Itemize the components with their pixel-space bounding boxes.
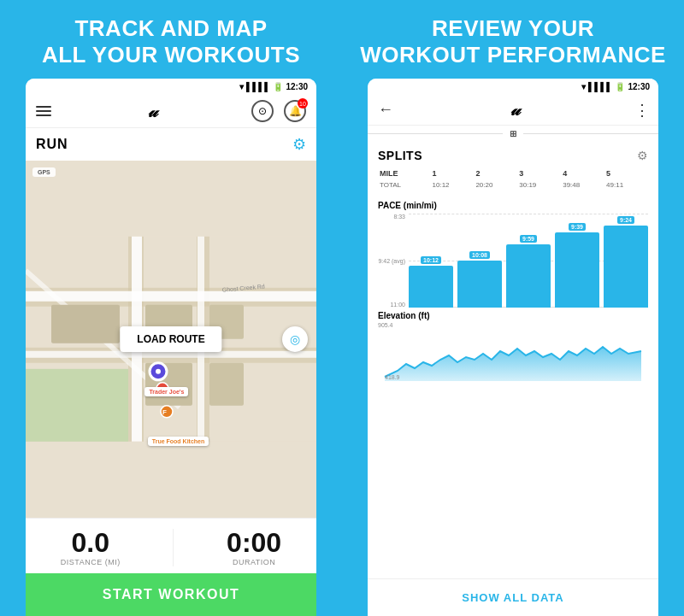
bell-icon[interactable]: 🔔 10 <box>284 100 306 122</box>
splits-section: SPLITS ⚙ MILE 1 2 3 4 5 TOTAL <box>368 142 658 194</box>
cell-5: 49:11 <box>604 179 648 191</box>
battery-icon: 🔋 <box>273 82 283 91</box>
left-headline: TRACK AND MAP ALL YOUR WORKOUTS <box>25 0 317 79</box>
status-time-right: 12:30 <box>628 82 650 91</box>
start-workout-button[interactable]: START WORKOUT <box>26 573 316 616</box>
back-button[interactable]: ← <box>378 101 393 119</box>
trader-joes-label: Trader Joe's <box>144 387 188 396</box>
svg-rect-16 <box>26 369 128 442</box>
status-icons-left: ▾ ▌▌▌▌ 🔋 12:30 <box>239 82 308 91</box>
ua-logo-right: 𝓊 <box>510 100 518 120</box>
bar-4: 9:39 <box>555 214 599 308</box>
phone-right: ▾ ▌▌▌▌ 🔋 12:30 ← 𝓊 ⋮ ⊞ SPLITS ⚙ <box>368 79 658 616</box>
col-3: 3 <box>517 167 561 179</box>
cell-1: 10:12 <box>431 179 475 191</box>
show-all-data-button[interactable]: SHOW ALL DATA <box>368 578 658 616</box>
pace-chart: 8:33 9:42 (avg) 11:00 10:12 10:0 <box>378 214 648 308</box>
cell-2: 20:20 <box>474 179 517 191</box>
wifi-icon-right: ▾ <box>581 82 586 91</box>
pace-y-top: 8:33 <box>393 214 405 220</box>
row-label: TOTAL <box>378 179 431 191</box>
wifi-icon: ▾ <box>239 82 244 91</box>
splits-table: MILE 1 2 3 4 5 TOTAL 10:12 20:20 30:19 3 <box>378 167 648 191</box>
table-row-total: TOTAL 10:12 20:20 30:19 39:48 49:11 <box>378 179 648 191</box>
pace-y-axis: 8:33 9:42 (avg) 11:00 <box>378 214 409 308</box>
col-1: 1 <box>431 167 475 179</box>
col-4: 4 <box>561 167 604 179</box>
distance-value: 0.0 <box>61 529 121 556</box>
duration-value: 0:00 <box>227 529 281 556</box>
pace-label: PACE (min/mi) <box>378 201 648 210</box>
bar-2: 10:08 <box>457 214 502 308</box>
pace-section: PACE (min/mi) 8:33 9:42 (avg) 11:00 10:1… <box>368 194 658 308</box>
true-food-label: True Food Kitchen <box>148 437 209 446</box>
svg-rect-15 <box>51 305 120 343</box>
gps-status: GPS <box>32 167 56 177</box>
distance-stat: 0.0 DISTANCE (MI) <box>61 529 121 566</box>
signal-icon-right: ▌▌▌▌ <box>588 82 612 91</box>
map-area[interactable]: Ghost Creek Rd T F GPS <box>26 161 316 518</box>
compass-icon[interactable]: ⊙ <box>251 100 274 122</box>
ua-logo-divider: ⊞ <box>510 129 516 138</box>
bar-3: 9:59 <box>506 214 551 308</box>
svg-text:418.9: 418.9 <box>385 374 400 380</box>
svg-point-18 <box>156 369 161 374</box>
pace-bars: 10:12 10:08 9:59 9:39 <box>409 214 648 308</box>
pace-y-mid: 9:42 (avg) <box>378 258 405 264</box>
gps-location-button[interactable]: ◎ <box>282 326 308 352</box>
phone-header-right: ← 𝓊 ⋮ <box>368 95 658 126</box>
battery-icon-right: 🔋 <box>615 82 625 91</box>
load-route-button[interactable]: LOAD ROUTE <box>120 326 221 352</box>
col-2: 2 <box>474 167 517 179</box>
left-panel: TRACK AND MAP ALL YOUR WORKOUTS ▾ ▌▌▌▌ 🔋… <box>0 0 342 616</box>
header-icons-left: ⊙ 🔔 10 <box>251 100 306 122</box>
bar-1: 10:12 <box>409 214 453 308</box>
svg-text:F: F <box>162 408 167 416</box>
right-panel: REVIEW YOUR WORKOUT PERFORMANCE ▾ ▌▌▌▌ 🔋… <box>342 0 684 616</box>
cell-4: 39:48 <box>561 179 604 191</box>
run-label: RUN <box>36 137 68 152</box>
status-bar-right: ▾ ▌▌▌▌ 🔋 12:30 <box>368 79 658 95</box>
run-bar: RUN ⚙ <box>26 128 316 161</box>
cell-3: 30:19 <box>517 179 561 191</box>
hamburger-menu[interactable] <box>36 106 51 116</box>
elevation-section: Elevation (ft) 905.4 418.9 <box>368 308 658 384</box>
elevation-chart: 418.9 <box>378 330 648 381</box>
svg-marker-23 <box>385 347 641 381</box>
splits-title: SPLITS <box>378 149 422 162</box>
bell-badge: 10 <box>298 98 308 109</box>
duration-stat: 0:00 DURATION <box>227 529 281 566</box>
pace-y-bot: 11:00 <box>390 302 405 308</box>
col-mile: MILE <box>378 167 431 179</box>
distance-label: DISTANCE (MI) <box>61 558 121 566</box>
elevation-label: Elevation (ft) <box>378 311 648 320</box>
status-bar-left: ▾ ▌▌▌▌ 🔋 12:30 <box>26 79 316 95</box>
ua-divider: ⊞ <box>368 126 658 142</box>
status-icons-right: ▾ ▌▌▌▌ 🔋 12:30 <box>581 82 650 91</box>
duration-label: DURATION <box>227 558 281 566</box>
splits-header: SPLITS ⚙ <box>378 149 648 162</box>
splits-settings-icon[interactable]: ⚙ <box>637 149 648 162</box>
stats-area: 0.0 DISTANCE (MI) 0:00 DURATION <box>26 518 316 573</box>
status-time-left: 12:30 <box>286 82 308 91</box>
elev-top: 905.4 <box>378 322 393 328</box>
bar-5: 9:24 <box>604 214 648 308</box>
phone-header-left: 𝓊 ⊙ 🔔 10 <box>26 95 316 128</box>
col-5: 5 <box>604 167 648 179</box>
right-headline: REVIEW YOUR WORKOUT PERFORMANCE <box>343 0 683 79</box>
ua-logo-left: 𝓊 <box>148 102 156 121</box>
settings-icon[interactable]: ⚙ <box>292 135 306 154</box>
phone-left: ▾ ▌▌▌▌ 🔋 12:30 𝓊 ⊙ 🔔 10 RUN ⚙ <box>26 79 316 616</box>
more-options-button[interactable]: ⋮ <box>634 101 648 120</box>
signal-icon: ▌▌▌▌ <box>246 82 270 91</box>
svg-rect-14 <box>209 363 244 406</box>
